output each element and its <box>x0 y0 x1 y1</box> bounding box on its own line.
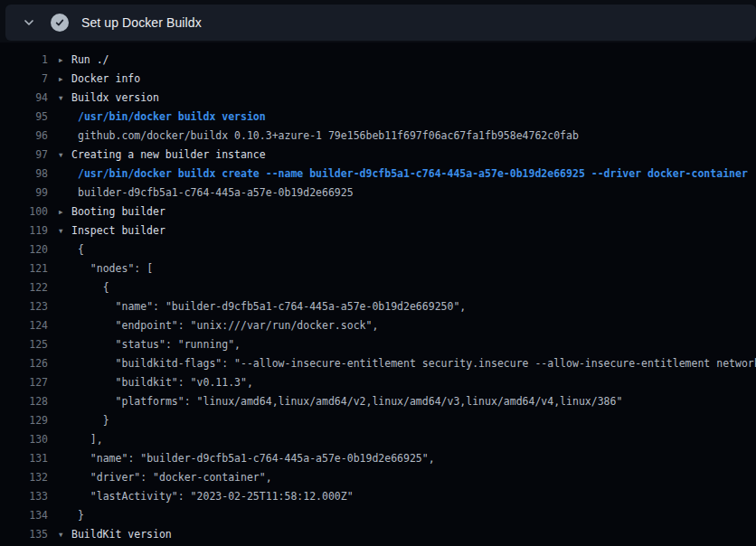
log-line-group: 100 ▶Booting builder <box>0 202 756 221</box>
log-line: 132 "driver": "docker-container", <box>0 468 756 487</box>
log-container: 1 ▶Run ./ 7 ▶Docker info 94 ▼Buildx vers… <box>0 42 756 546</box>
group-toggle[interactable]: ▶Docker info <box>48 70 756 89</box>
line-number[interactable]: 128 <box>0 392 48 411</box>
line-number[interactable]: 122 <box>0 278 48 297</box>
line-number[interactable]: 96 <box>0 127 48 146</box>
line-number[interactable]: 119 <box>0 221 48 240</box>
group-label: Creating a new builder instance <box>71 148 266 161</box>
line-number[interactable]: 99 <box>0 184 48 202</box>
log-line-group: 1 ▶Run ./ <box>0 51 756 70</box>
log-line: 134 } <box>0 506 756 525</box>
log-text: { <box>48 278 756 297</box>
group-toggle[interactable]: ▼Inspect builder <box>48 221 756 240</box>
log-line: 126 "buildkitd-flags": "--allow-insecure… <box>0 354 756 373</box>
line-number[interactable]: 135 <box>0 525 48 544</box>
line-number[interactable]: 131 <box>0 449 48 468</box>
line-number[interactable]: 100 <box>0 202 48 221</box>
log-line: 99 builder-d9cfb5a1-c764-445a-a57e-0b19d… <box>0 184 756 202</box>
group-label: Buildx version <box>71 91 159 104</box>
log-line-group: 7 ▶Docker info <box>0 70 756 89</box>
line-number[interactable]: 98 <box>0 165 48 184</box>
line-number[interactable]: 1 <box>0 51 48 70</box>
line-number[interactable]: 133 <box>0 487 48 506</box>
log-line-group: 119 ▼Inspect builder <box>0 221 756 240</box>
group-toggle[interactable]: ▶Run ./ <box>48 51 756 70</box>
log-line: 96 github.com/docker/buildx 0.10.3+azure… <box>0 127 756 146</box>
line-number[interactable]: 121 <box>0 259 48 278</box>
log-line-group: 94 ▼Buildx version <box>0 89 756 108</box>
log-text: builder-d9cfb5a1-c764-445a-a57e-0b19d2e6… <box>48 184 756 202</box>
step-title: Set up Docker Buildx <box>81 15 202 30</box>
group-label: Inspect builder <box>71 224 165 237</box>
line-number[interactable]: 132 <box>0 468 48 487</box>
group-label: Run ./ <box>71 53 109 66</box>
line-number[interactable]: 95 <box>0 108 48 127</box>
log-text: "status": "running", <box>48 335 756 354</box>
log-text: /usr/bin/docker buildx version <box>48 108 756 127</box>
line-number[interactable]: 97 <box>0 146 48 165</box>
log-line: 98 /usr/bin/docker buildx create --name … <box>0 165 756 184</box>
log-line: 120 { <box>0 240 756 259</box>
line-number[interactable]: 123 <box>0 297 48 316</box>
log-line: 122 { <box>0 278 756 297</box>
log-line: 129 } <box>0 411 756 430</box>
line-number[interactable]: 125 <box>0 335 48 354</box>
log-text: github.com/docker/buildx 0.10.3+azure-1 … <box>48 127 756 146</box>
line-number[interactable]: 94 <box>0 89 48 108</box>
group-toggle[interactable]: ▼Creating a new builder instance <box>48 146 756 165</box>
log-text: "platforms": "linux/amd64,linux/amd64/v2… <box>48 392 756 411</box>
line-number[interactable]: 120 <box>0 240 48 259</box>
line-number[interactable]: 130 <box>0 430 48 449</box>
status-check-icon <box>51 14 69 32</box>
log-text: "lastActivity": "2023-02-25T11:58:12.000… <box>48 487 756 506</box>
group-toggle[interactable]: ▶Booting builder <box>48 202 756 221</box>
step-header-bar[interactable]: Set up Docker Buildx <box>5 5 756 41</box>
line-number[interactable]: 129 <box>0 411 48 430</box>
log-line: 124 "endpoint": "unix:///var/run/docker.… <box>0 316 756 335</box>
line-number[interactable]: 127 <box>0 373 48 392</box>
group-arrow-icon: ▶ <box>59 202 71 221</box>
group-arrow-icon: ▶ <box>59 70 71 89</box>
log-text: "driver": "docker-container", <box>48 468 756 487</box>
log-text: } <box>48 506 756 525</box>
log-text: { <box>48 240 756 259</box>
group-arrow-icon: ▶ <box>59 51 71 70</box>
group-arrow-icon: ▼ <box>59 525 71 544</box>
log-text: "name": "builder-d9cfb5a1-c764-445a-a57e… <box>48 297 756 316</box>
log-line: 95 /usr/bin/docker buildx version <box>0 108 756 127</box>
log-text: /usr/bin/docker buildx create --name bui… <box>48 165 756 184</box>
group-label: Booting builder <box>71 205 165 218</box>
log-line-group: 97 ▼Creating a new builder instance <box>0 146 756 165</box>
log-text: "name": "builder-d9cfb5a1-c764-445a-a57e… <box>48 449 756 468</box>
chevron-down-icon[interactable] <box>22 15 36 30</box>
log-text: ], <box>48 430 756 449</box>
log-step-header-zone: Set up Docker Buildx <box>0 0 756 42</box>
group-toggle[interactable]: ▼BuildKit version <box>48 525 756 544</box>
line-number[interactable]: 126 <box>0 354 48 373</box>
group-arrow-icon: ▼ <box>59 146 71 165</box>
log-line: 128 "platforms": "linux/amd64,linux/amd6… <box>0 392 756 411</box>
log-line: 130 ], <box>0 430 756 449</box>
log-text: "nodes": [ <box>48 259 756 278</box>
group-toggle[interactable]: ▼Buildx version <box>48 89 756 108</box>
log-text: } <box>48 411 756 430</box>
group-label: BuildKit version <box>71 528 172 541</box>
log-line: 133 "lastActivity": "2023-02-25T11:58:12… <box>0 487 756 506</box>
group-arrow-icon: ▼ <box>59 221 71 240</box>
log-text: "buildkit": "v0.11.3", <box>48 373 756 392</box>
log-line: 121 "nodes": [ <box>0 259 756 278</box>
log-text: "endpoint": "unix:///var/run/docker.sock… <box>48 316 756 335</box>
log-line: 125 "status": "running", <box>0 335 756 354</box>
line-number[interactable]: 7 <box>0 70 48 89</box>
log-line-group: 135 ▼BuildKit version <box>0 525 756 544</box>
group-label: Docker info <box>71 72 140 85</box>
log-text: "buildkitd-flags": "--allow-insecure-ent… <box>48 354 756 373</box>
log-line: 131 "name": "builder-d9cfb5a1-c764-445a-… <box>0 449 756 468</box>
group-arrow-icon: ▼ <box>59 89 71 108</box>
log-line: 123 "name": "builder-d9cfb5a1-c764-445a-… <box>0 297 756 316</box>
line-number[interactable]: 134 <box>0 506 48 525</box>
log-line: 127 "buildkit": "v0.11.3", <box>0 373 756 392</box>
line-number[interactable]: 124 <box>0 316 48 335</box>
